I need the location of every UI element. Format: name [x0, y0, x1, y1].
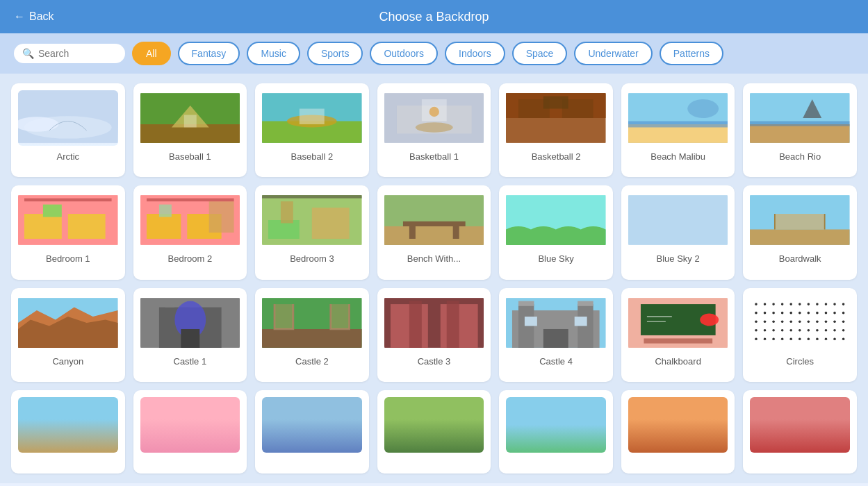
backdrop-boardwalk[interactable]: Boardwalk — [743, 185, 857, 279]
svg-point-123 — [790, 328, 793, 331]
backdrop-canyon[interactable]: Canyon — [11, 288, 125, 382]
svg-point-134 — [790, 337, 793, 340]
backdrop-bluesky2-label: Blue Sky 2 — [657, 253, 700, 264]
back-button[interactable]: ← Back — [14, 10, 54, 23]
backdrop-basketball1[interactable]: Basketball 1 — [377, 83, 491, 177]
svg-rect-43 — [262, 195, 362, 198]
svg-point-133 — [781, 337, 784, 340]
svg-point-90 — [790, 303, 793, 305]
backdrop-chalkboard[interactable]: Chalkboard — [621, 288, 735, 382]
backdrop-partial1-thumbnail — [18, 397, 118, 453]
backdrop-bedroom3[interactable]: Bedroom 3 — [255, 185, 369, 279]
backdrop-bluesky2[interactable]: Blue Sky 2 — [621, 185, 735, 279]
backdrop-castle2[interactable]: Castle 2 — [255, 288, 369, 382]
svg-rect-45 — [384, 226, 484, 245]
svg-rect-30 — [68, 214, 106, 239]
backdrop-beach-rio[interactable]: Beach Rio — [743, 83, 857, 177]
backdrop-bedroom2-label: Bedroom 2 — [168, 253, 213, 264]
svg-point-132 — [773, 337, 776, 340]
filter-sports[interactable]: Sports — [307, 42, 363, 65]
svg-rect-27 — [750, 121, 850, 126]
filter-music[interactable]: Music — [247, 42, 300, 65]
backdrop-baseball1[interactable]: Baseball 1 — [133, 83, 247, 177]
backdrop-castle1-thumbnail — [140, 295, 240, 351]
backdrop-boardwalk-label: Boardwalk — [779, 253, 821, 264]
svg-rect-81 — [644, 338, 712, 343]
backdrop-partial3[interactable] — [255, 390, 369, 474]
svg-point-100 — [781, 311, 784, 314]
svg-rect-74 — [518, 301, 534, 305]
svg-point-109 — [764, 320, 767, 323]
svg-point-121 — [773, 328, 776, 331]
backdrop-basketball2-label: Basketball 2 — [532, 151, 581, 162]
backdrop-partial7-thumbnail — [750, 397, 850, 453]
backdrop-bedroom1[interactable]: Bedroom 1 — [11, 185, 125, 279]
backdrop-partial6[interactable] — [621, 390, 735, 474]
filter-indoors[interactable]: Indoors — [445, 42, 505, 65]
svg-rect-23 — [628, 121, 728, 127]
filter-space[interactable]: Space — [512, 42, 568, 65]
backdrop-arctic[interactable]: Arctic — [11, 83, 125, 177]
backdrop-basketball1-label: Basketball 1 — [409, 151, 459, 162]
filter-all[interactable]: All — [132, 42, 171, 65]
filter-patterns[interactable]: Patterns — [660, 42, 723, 65]
backdrop-baseball2[interactable]: Baseball 2 — [255, 83, 369, 177]
backdrop-grid: Arctic Baseball 1 Baseball 2 — [0, 74, 868, 483]
svg-point-13 — [416, 122, 453, 132]
filter-bar: 🔍 All Fantasy Music Sports Outdoors Indo… — [0, 33, 868, 74]
svg-point-24 — [687, 99, 719, 118]
search-box[interactable]: 🔍 — [14, 44, 125, 63]
backdrop-castle4[interactable]: Castle 4 — [499, 288, 613, 382]
backdrop-bluesky2-thumbnail — [628, 192, 728, 248]
backdrop-partial5-thumbnail — [506, 397, 606, 453]
backdrop-partial4[interactable] — [377, 390, 491, 474]
search-input[interactable] — [38, 48, 115, 59]
svg-rect-46 — [403, 221, 466, 226]
backdrop-bluesky-thumbnail — [506, 192, 606, 248]
backdrop-partial6-thumbnail — [628, 397, 728, 453]
backdrop-partial5[interactable] — [499, 390, 613, 474]
filter-underwater[interactable]: Underwater — [574, 42, 652, 65]
svg-rect-69 — [446, 301, 459, 347]
svg-point-115 — [817, 320, 819, 323]
svg-point-104 — [817, 311, 819, 314]
svg-rect-47 — [409, 226, 416, 239]
backdrop-beach-malibu[interactable]: Beach Malibu — [621, 83, 735, 177]
svg-rect-60 — [181, 328, 199, 347]
backdrop-castle3[interactable]: Castle 3 — [377, 288, 491, 382]
backdrop-partial2[interactable] — [133, 390, 247, 474]
backdrop-basketball2[interactable]: Basketball 2 — [499, 83, 613, 177]
backdrop-castle2-thumbnail — [262, 295, 362, 351]
svg-point-138 — [825, 337, 828, 340]
backdrop-bench[interactable]: Bench With... — [377, 185, 491, 279]
svg-point-103 — [808, 311, 810, 314]
svg-point-120 — [764, 328, 767, 331]
back-label: Back — [29, 10, 54, 23]
backdrop-circles[interactable]: Circles — [743, 288, 857, 382]
svg-rect-10 — [300, 109, 325, 124]
backdrop-beach-malibu-label: Beach Malibu — [650, 151, 705, 162]
backdrop-partial7[interactable] — [743, 390, 857, 474]
backdrop-bedroom2[interactable]: Bedroom 2 — [133, 185, 247, 279]
backdrop-castle1[interactable]: Castle 1 — [133, 288, 247, 382]
svg-rect-32 — [24, 199, 112, 201]
svg-point-91 — [799, 303, 801, 305]
backdrop-bluesky[interactable]: Blue Sky — [499, 185, 613, 279]
svg-rect-77 — [525, 317, 537, 326]
filter-outdoors[interactable]: Outdoors — [370, 42, 438, 65]
backdrop-arctic-thumbnail — [18, 90, 118, 146]
backdrop-bedroom1-label: Bedroom 1 — [46, 253, 90, 264]
svg-point-112 — [790, 320, 793, 323]
svg-point-139 — [834, 337, 837, 340]
svg-point-126 — [817, 328, 819, 331]
svg-rect-52 — [750, 230, 850, 245]
svg-rect-63 — [275, 304, 293, 329]
svg-point-84 — [700, 313, 719, 326]
filter-fantasy[interactable]: Fantasy — [178, 42, 240, 65]
backdrop-partial1[interactable] — [11, 390, 125, 474]
backdrop-castle3-label: Castle 3 — [418, 356, 451, 367]
backdrop-bedroom2-thumbnail — [140, 192, 240, 248]
svg-rect-42 — [281, 201, 293, 223]
backdrop-partial4-thumbnail — [384, 397, 484, 453]
backdrop-circles-label: Circles — [786, 356, 814, 367]
